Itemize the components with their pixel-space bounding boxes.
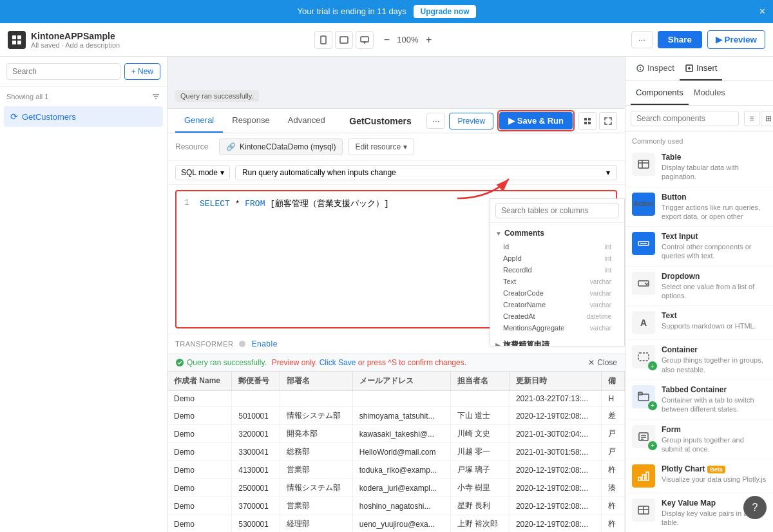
share-button[interactable]: Share xyxy=(658,31,702,48)
schema-travel-header[interactable]: ▶ 旅費精算申請 xyxy=(490,336,624,347)
banner-message: Your trial is ending in 11 days xyxy=(298,6,406,16)
component-info: FormGroup inputs together and submit at … xyxy=(662,425,767,454)
resource-row: Resource 🔗 KintoneCDataDemo (mysql) Edit… xyxy=(167,133,625,161)
schema-comments-group: ▼ Comments IdintAppIdintRecordIdintTextv… xyxy=(490,223,624,347)
grid-icon-btn[interactable] xyxy=(578,112,596,130)
schema-col-name: CreatedAt xyxy=(503,312,535,320)
save-run-highlight: ▶ Save & Run xyxy=(497,110,575,131)
component-description: Control other components or queries with… xyxy=(662,242,767,261)
banner-close-icon[interactable]: × xyxy=(759,6,765,17)
query-more-button[interactable]: ··· xyxy=(426,113,445,129)
showing-count: Showing all 1 xyxy=(0,87,167,106)
schema-column-row: MentionsAggregatevarchar xyxy=(490,322,624,334)
component-item[interactable]: DropdownSelect one value from a list of … xyxy=(625,267,773,307)
col-header-dept: 部署名 xyxy=(280,372,352,391)
svg-rect-14 xyxy=(584,122,587,124)
zoom-minus-btn[interactable]: − xyxy=(379,32,394,48)
schema-search-input[interactable] xyxy=(495,203,619,218)
upgrade-button[interactable]: Upgrade now xyxy=(414,5,475,18)
more-options-button[interactable]: ··· xyxy=(631,31,653,48)
component-icon xyxy=(632,499,655,522)
schema-column-row: AppIdint xyxy=(490,252,624,264)
component-item[interactable]: Text InputControl other components or qu… xyxy=(625,227,773,267)
table-cell: 2021-03-22T07:13:... xyxy=(509,391,601,407)
schema-column-row: CreatedAtdatetime xyxy=(490,310,624,322)
table-cell: 2020-12-19T02:08:... xyxy=(509,479,601,497)
table-cell: Demo xyxy=(167,461,232,479)
table-cell: 情報システム部 xyxy=(280,407,352,425)
component-icon: + xyxy=(632,425,655,448)
status-success: Query ran successfully. xyxy=(175,358,267,367)
component-description: Trigger actions like run queries, export… xyxy=(662,203,767,222)
schema-col-name: Id xyxy=(503,243,509,251)
schema-columns: IdintAppIdintRecordIdintTextvarcharCreat… xyxy=(490,241,624,334)
component-description: Group inputs together and submit at once… xyxy=(662,435,767,454)
component-item[interactable]: ActionButtonTrigger actions like run que… xyxy=(625,187,773,227)
db-icon: 🔗 xyxy=(226,142,236,151)
results-table-container: 作成者 Name 郵便番号 部署名 メールアドレス 担当者名 更新日時 備 De… xyxy=(167,371,625,532)
desktop-view-btn[interactable] xyxy=(356,31,374,49)
table-cell: 川崎 文史 xyxy=(451,425,510,443)
sql-mode-dropdown[interactable]: SQL mode ▾ xyxy=(175,165,230,180)
expand-icon-btn[interactable] xyxy=(599,112,617,130)
tab-advanced[interactable]: Advanced xyxy=(279,109,334,133)
results-table: 作成者 Name 郵便番号 部署名 メールアドレス 担当者名 更新日時 備 De… xyxy=(167,372,625,532)
query-item-getcustomers[interactable]: ⟳ GetCustomers xyxy=(4,106,163,127)
inspect-icon xyxy=(636,64,645,73)
query-tabs-row: General Response Advanced GetCustomers ·… xyxy=(167,109,625,133)
tab-inspect[interactable]: Inspect xyxy=(631,57,680,81)
app-subtitle: All saved · Add a description xyxy=(31,41,120,49)
table-row: Demo5300001経理部ueno_yuujirou@exa...上野 裕次郎… xyxy=(167,515,625,533)
component-item[interactable]: +FormGroup inputs together and submit at… xyxy=(625,420,773,460)
edit-resource-button[interactable]: Edit resource ▾ xyxy=(348,138,414,155)
view-toggle-right: ≡ ⊞ xyxy=(744,111,773,126)
new-query-button[interactable]: + New xyxy=(124,63,160,80)
tablet-view-btn[interactable] xyxy=(335,31,353,49)
component-icon xyxy=(632,153,655,176)
component-item[interactable]: ATextSupports markdown or HTML. xyxy=(625,306,773,340)
mobile-view-btn[interactable] xyxy=(314,31,332,49)
query-icon: ⟳ xyxy=(10,111,18,122)
grid-view-btn[interactable]: ⊞ xyxy=(761,111,773,126)
tab-response[interactable]: Response xyxy=(223,109,279,133)
table-row: Demo2021-03-22T07:13:...H xyxy=(167,391,625,407)
status-close-button[interactable]: ✕ Close xyxy=(588,358,617,367)
tab-components[interactable]: Components xyxy=(631,81,689,105)
help-button[interactable]: ? xyxy=(743,496,767,519)
component-info: DropdownSelect one value from a list of … xyxy=(662,272,767,301)
tab-general[interactable]: General xyxy=(175,109,223,133)
tab-insert[interactable]: Insert xyxy=(680,57,723,81)
save-run-button[interactable]: ▶ Save & Run xyxy=(499,112,573,129)
zoom-plus-btn[interactable]: + xyxy=(421,32,437,48)
svg-rect-15 xyxy=(588,122,591,124)
click-save-link[interactable]: Click Save xyxy=(320,358,356,367)
table-cell: 経理部 xyxy=(280,515,352,533)
preview-query-button[interactable]: Preview xyxy=(449,113,493,129)
components-search-input[interactable] xyxy=(631,111,739,126)
list-view-btn[interactable]: ≡ xyxy=(744,111,759,126)
enable-transformer-link[interactable]: Enable xyxy=(251,339,277,348)
app-name: KintoneAPPSample xyxy=(31,31,120,41)
run-query-dropdown[interactable]: Run query automatically when inputs chan… xyxy=(235,165,617,180)
svg-rect-34 xyxy=(638,392,642,395)
tab-modules[interactable]: Modules xyxy=(689,81,730,105)
component-item[interactable]: +ContainerGroup things together in group… xyxy=(625,340,773,380)
svg-rect-13 xyxy=(588,118,591,120)
component-item[interactable]: Plotly ChartBetaVisualize your data usin… xyxy=(625,459,773,493)
component-item[interactable]: +Tabbed ContainerContainer with a tab to… xyxy=(625,380,773,420)
search-input[interactable] xyxy=(6,63,120,80)
table-cell: 営業部 xyxy=(280,461,352,479)
table-cell: 2020-12-19T02:08:... xyxy=(509,407,601,425)
table-cell: 2020-12-19T02:08:... xyxy=(509,461,601,479)
status-bar: Query ran successfully. Preview only. Cl… xyxy=(167,354,625,371)
table-row: Demo3700001営業部hoshino_nagatoshi...星野 長利2… xyxy=(167,497,625,515)
table-row: Demo4130001営業部toduka_riko@examp...戸塚 璃子2… xyxy=(167,461,625,479)
schema-comments-header[interactable]: ▼ Comments xyxy=(490,225,624,241)
query-item-label: GetCustomers xyxy=(22,112,76,122)
view-toggle xyxy=(314,31,374,49)
component-info: Tabbed ContainerContainer with a tab to … xyxy=(662,385,767,414)
table-cell xyxy=(232,391,280,407)
preview-button[interactable]: ▶ Preview xyxy=(707,30,765,49)
component-item[interactable]: TableDisplay tabular data with paginatio… xyxy=(625,147,773,187)
chevron-down-comments-icon: ▼ xyxy=(495,230,502,237)
